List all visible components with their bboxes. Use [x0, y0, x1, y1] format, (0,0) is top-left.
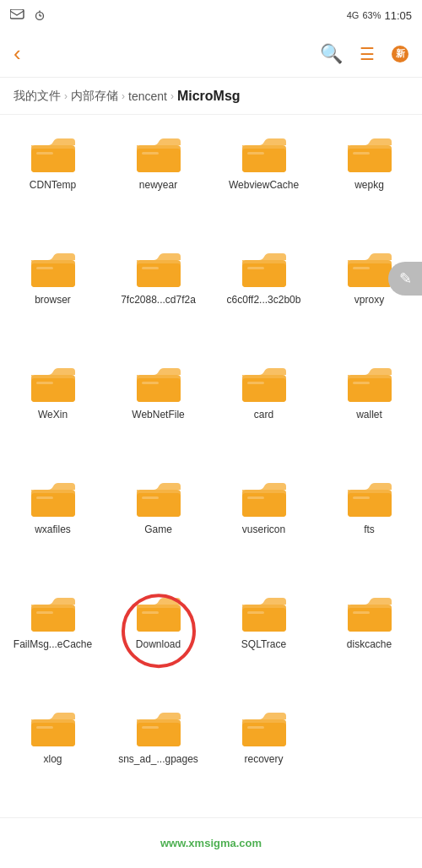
status-left [10, 9, 47, 21]
folder-icon [30, 708, 77, 748]
folder-icon [30, 593, 77, 633]
svg-rect-28 [353, 267, 370, 269]
svg-rect-19 [36, 267, 53, 269]
folder-item-FailMsgeCache[interactable]: FailMsg...eCache [0, 581, 106, 696]
folder-item-WeXin[interactable]: WeXin [0, 351, 106, 466]
svg-rect-64 [353, 611, 370, 614]
folder-item-card[interactable]: card [211, 351, 316, 466]
folder-icon [346, 478, 393, 518]
status-right: 4G 63% 11:05 [347, 9, 412, 22]
folder-item-7fc2088cd7f2a[interactable]: 7fc2088...cd7f2a [106, 236, 211, 351]
menu-button[interactable]: ☰ [360, 44, 375, 64]
folder-label: vproxy [354, 294, 384, 307]
folder-icon [346, 593, 393, 633]
folder-icon [135, 708, 182, 748]
alarm-icon [32, 9, 47, 21]
svg-rect-58 [142, 611, 159, 614]
file-grid: CDNTemp newyear Webv [0, 115, 422, 817]
folder-item-fts[interactable]: fts [316, 466, 422, 581]
breadcrumb: 我的文件 › 内部存储 › tencent › MicroMsg [0, 78, 422, 115]
folder-icon [135, 478, 182, 518]
folder-item-vusericon[interactable]: vusericon [211, 466, 316, 581]
folder-icon [135, 593, 182, 633]
svg-rect-49 [247, 496, 264, 499]
message-icon [10, 9, 25, 21]
folder-label: diskcache [347, 638, 392, 652]
folder-label: CDNTemp [30, 179, 76, 193]
folder-item-wepkg[interactable]: wepkg [316, 122, 422, 236]
search-button[interactable]: 🔍 [320, 43, 343, 65]
svg-rect-13 [247, 152, 264, 155]
breadcrumb-sep1: › [64, 90, 68, 102]
folder-item-Game[interactable]: Game [106, 466, 211, 581]
folder-icon [30, 478, 77, 518]
folder-item-WebviewCache[interactable]: WebviewCache [211, 122, 316, 236]
breadcrumb-sep2: › [122, 90, 125, 102]
folder-icon [241, 363, 288, 404]
folder-icon [241, 593, 288, 633]
nav-left: ‹ [14, 41, 21, 67]
breadcrumb-sep3: › [170, 90, 174, 102]
folder-item-WebNetFile[interactable]: WebNetFile [106, 351, 211, 466]
svg-rect-31 [36, 382, 53, 384]
folder-label: WebviewCache [229, 179, 299, 193]
folder-label: WeXin [38, 409, 68, 422]
folder-label: Download [136, 638, 181, 652]
svg-rect-40 [353, 382, 370, 384]
breadcrumb-internal[interactable]: 内部存储 [71, 89, 118, 104]
battery-text: 63% [362, 10, 381, 20]
edit-icon: ✎ [399, 269, 412, 288]
svg-rect-10 [142, 152, 159, 155]
folder-icon [30, 248, 77, 289]
breadcrumb-tencent[interactable]: tencent [128, 90, 167, 103]
svg-rect-67 [36, 726, 53, 729]
folder-icon [135, 248, 182, 289]
svg-rect-37 [247, 382, 264, 384]
folder-label: wepkg [354, 179, 384, 193]
folder-item-SQLTrace[interactable]: SQLTrace [211, 581, 316, 696]
folder-item-wallet[interactable]: wallet [316, 351, 422, 466]
folder-icon [135, 133, 182, 174]
folder-icon [241, 133, 288, 174]
folder-label: sns_ad_...gpages [118, 753, 198, 767]
folder-label: 7fc2088...cd7f2a [121, 294, 196, 307]
folder-label: WebNetFile [132, 409, 184, 422]
back-button[interactable]: ‹ [14, 41, 21, 67]
folder-label: card [254, 409, 273, 422]
svg-rect-7 [36, 152, 53, 155]
svg-rect-52 [353, 496, 370, 499]
folder-label: FailMsg...eCache [14, 638, 92, 652]
folder-item-snsadgpages[interactable]: sns_ad_...gpages [106, 696, 211, 811]
folder-item-newyear[interactable]: newyear [106, 122, 211, 236]
folder-item-CDNTemp[interactable]: CDNTemp [0, 122, 106, 236]
breadcrumb-mywallet[interactable]: 我的文件 [14, 89, 61, 104]
folder-item-recovery[interactable]: recovery [211, 696, 316, 811]
svg-rect-16 [353, 152, 370, 155]
folder-item-browser[interactable]: browser [0, 236, 106, 351]
folder-label: Game [144, 524, 172, 537]
svg-rect-43 [36, 496, 53, 499]
folder-label: c6c0ff2...3c2b0b [227, 294, 301, 307]
folder-item-c6c0ff23c2b0b[interactable]: c6c0ff2...3c2b0b [211, 236, 316, 351]
svg-rect-55 [36, 611, 53, 614]
edit-fab[interactable]: ✎ [388, 262, 422, 296]
folder-icon [346, 363, 393, 404]
svg-rect-46 [142, 496, 159, 499]
folder-icon [241, 478, 288, 518]
folder-item-Download[interactable]: Download [106, 581, 211, 696]
folder-item-diskcache[interactable]: diskcache [316, 581, 422, 696]
folder-icon [346, 133, 393, 174]
folder-icon [241, 248, 288, 289]
svg-rect-70 [142, 726, 159, 729]
watermark-text: www.xmsigma.com [160, 837, 262, 849]
svg-rect-73 [247, 726, 264, 729]
new-badge[interactable]: 新 [392, 46, 408, 62]
watermark: www.xmsigma.com [0, 817, 422, 868]
folder-icon [346, 248, 393, 289]
folder-item-xlog[interactable]: xlog [0, 696, 106, 811]
folder-icon [241, 708, 288, 748]
folder-label: wallet [356, 409, 382, 422]
svg-rect-25 [247, 267, 264, 269]
time-text: 11:05 [384, 9, 412, 22]
folder-item-wxafiles[interactable]: wxafiles [0, 466, 106, 581]
